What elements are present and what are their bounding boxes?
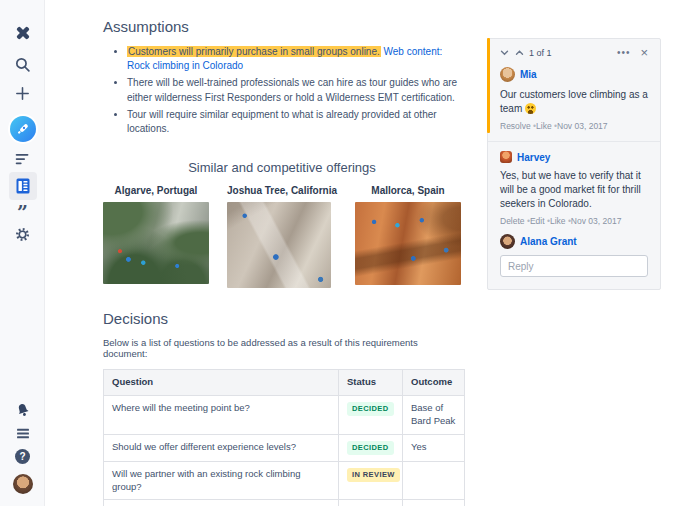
comment-author[interactable]: Harvey (517, 152, 550, 163)
table-row: Are there enough rock climbing experts t… (104, 500, 465, 506)
status-badge: DECIDED (347, 402, 394, 416)
like-link[interactable]: Like (550, 216, 571, 226)
assumption-item: There will be well-trained professionals… (127, 76, 461, 104)
comment-anchor-bar (487, 38, 490, 133)
app-logo-icon[interactable] (0, 24, 45, 42)
offering-figure: Joshua Tree, California (227, 185, 337, 288)
figure-caption: Algarve, Portugal (103, 185, 209, 196)
rocket-icon (10, 116, 36, 142)
table-row: Will we partner with an existing rock cl… (104, 461, 465, 500)
sidebar-bottom-group: ? (0, 402, 45, 494)
figure-caption: Mallorca, Spain (355, 185, 461, 196)
climbing-photo-algarve[interactable] (103, 202, 209, 284)
outcome-cell (403, 500, 465, 506)
comments-panel-header: 1 of 1 ••• × (500, 48, 648, 58)
help-icon[interactable]: ? (0, 449, 45, 464)
comment-text: Our customers love climbing as a team (500, 88, 648, 116)
reply-author[interactable]: Alana Grant (520, 236, 577, 247)
delete-link[interactable]: Delete (500, 216, 530, 226)
outcome-cell (403, 461, 465, 500)
outcome-cell: Yes (403, 434, 465, 461)
quotes-icon[interactable]: ” (0, 206, 45, 218)
comment-divider (488, 141, 660, 142)
assumptions-heading: Assumptions (103, 18, 461, 35)
figure-caption: Joshua Tree, California (227, 185, 337, 196)
assumptions-list: Customers will primarily purchase in sma… (103, 45, 461, 136)
chevron-up-icon[interactable] (515, 50, 524, 56)
decisions-heading: Decisions (103, 310, 461, 327)
reply-section: Alana Grant (500, 234, 648, 277)
settings-icon[interactable] (0, 226, 45, 243)
avatar[interactable] (500, 151, 512, 163)
comment: Mia Our customers love climbing as a tea… (500, 67, 648, 131)
offerings-section: Similar and competitive offerings Algarv… (103, 160, 461, 288)
assumption-item: Tour will require similar equipment to w… (127, 108, 461, 136)
avatar[interactable] (500, 234, 515, 249)
highlighted-comment-anchor[interactable]: Customers will primarily purchase in sma… (127, 46, 381, 57)
comment-date: Nov 03, 2017 (557, 121, 608, 131)
help-glyph: ? (15, 449, 30, 464)
comment-actions: DeleteEditLikeNov 03, 2017 (500, 216, 648, 226)
question-cell: Will we partner with an existing rock cl… (104, 461, 339, 500)
offering-figure: Mallorca, Spain (355, 185, 461, 285)
smiley-emoji-icon (525, 103, 536, 114)
document-body: Assumptions Customers will primarily pur… (103, 18, 461, 506)
inline-comments-panel: 1 of 1 ••• × Mia Our customers love clim… (487, 38, 661, 290)
reply-input[interactable] (500, 255, 648, 277)
close-icon[interactable]: × (640, 48, 648, 58)
status-cell: IN REVIEW (339, 461, 403, 500)
status-badge: DECIDED (347, 441, 394, 455)
decisions-table: Question Status Outcome Where will the m… (103, 369, 465, 506)
column-header-question: Question (104, 370, 339, 396)
activity-icon[interactable] (0, 152, 45, 166)
table-row: Where will the meeting point be? DECIDED… (104, 395, 465, 434)
column-header-status: Status (339, 370, 403, 396)
comment-actions: ResolveLikeNov 03, 2017 (500, 121, 648, 131)
decisions-intro: Below is a list of questions to be addre… (103, 337, 461, 359)
global-sidebar: ” ? (0, 0, 45, 506)
column-header-outcome: Outcome (403, 370, 465, 396)
decisions-section: Decisions Below is a list of questions t… (103, 310, 461, 506)
status-cell: DECIDED (339, 395, 403, 434)
resolve-link[interactable]: Resolve (500, 121, 536, 131)
table-header-row: Question Status Outcome (104, 370, 465, 396)
question-cell: Where will the meeting point be? (104, 395, 339, 434)
status-cell: IN REVIEW (339, 500, 403, 506)
more-options-icon[interactable]: ••• (617, 50, 631, 56)
offerings-heading: Similar and competitive offerings (103, 160, 461, 175)
offering-figure: Algarve, Portugal (103, 185, 209, 284)
edit-link[interactable]: Edit (530, 216, 550, 226)
outcome-cell: Base of Bard Peak (403, 395, 465, 434)
space-avatar[interactable] (0, 116, 45, 142)
quotes-glyph: ” (17, 206, 28, 218)
search-icon[interactable] (0, 56, 45, 73)
comment-author[interactable]: Mia (520, 69, 537, 80)
pages-icon-selected[interactable] (0, 172, 45, 200)
status-cell: DECIDED (339, 434, 403, 461)
offerings-gallery: Algarve, Portugal Joshua Tree, Californi… (103, 185, 461, 288)
comment-text: Yes, but we have to verify that it will … (500, 169, 648, 211)
comment-pager: 1 of 1 (529, 48, 552, 58)
question-cell: Are there enough rock climbing experts t… (104, 500, 339, 506)
like-link[interactable]: Like (536, 121, 557, 131)
notifications-bell-icon[interactable] (0, 402, 45, 418)
user-photo (13, 474, 33, 494)
app-root: ” ? (0, 0, 674, 506)
comment: Harvey Yes, but we have to verify that i… (500, 151, 648, 226)
pages-icon (9, 172, 37, 200)
create-icon[interactable] (0, 85, 45, 102)
comment-date: Nov 03, 2017 (571, 216, 622, 226)
climbing-photo-mallorca[interactable] (355, 202, 461, 285)
climbing-photo-joshua-tree[interactable] (227, 202, 331, 288)
profile-avatar[interactable] (0, 474, 45, 494)
chevron-down-icon[interactable] (500, 50, 509, 56)
menu-icon[interactable] (0, 428, 45, 439)
status-badge: IN REVIEW (347, 468, 400, 482)
avatar[interactable] (500, 67, 515, 82)
table-row: Should we offer different experience lev… (104, 434, 465, 461)
question-cell: Should we offer different experience lev… (104, 434, 339, 461)
assumption-item: Customers will primarily purchase in sma… (127, 45, 461, 73)
